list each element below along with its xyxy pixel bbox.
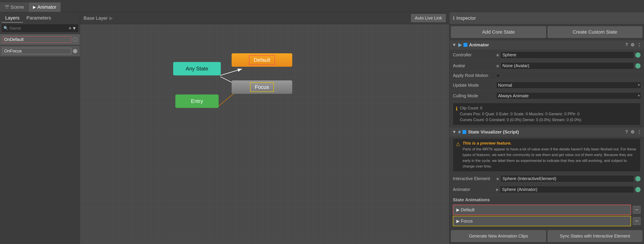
state-arrows xyxy=(80,12,449,244)
auto-live-link-button[interactable]: Auto Live Link xyxy=(411,14,446,22)
animator-row: Animator ▶ xyxy=(450,184,644,195)
interactive-element-dot: ◉ xyxy=(496,177,499,181)
avatar-dot: ◉ xyxy=(496,64,499,68)
add-core-state-button[interactable]: Add Core State xyxy=(451,27,546,38)
state-viz-enabled-checkbox[interactable] xyxy=(462,130,466,134)
focus-expand-arrow: ▶ xyxy=(456,218,460,224)
animator-icon: ▶ xyxy=(33,5,36,10)
interactive-element-field[interactable] xyxy=(500,175,634,182)
culling-mode-select[interactable]: Always Animate xyxy=(496,92,641,99)
node-focus[interactable]: Focus xyxy=(232,80,292,94)
node-default[interactable]: Default xyxy=(232,53,292,67)
update-mode-select[interactable]: Normal xyxy=(496,82,641,89)
layer-weight-ondefault xyxy=(73,38,77,42)
controller-field[interactable] xyxy=(500,51,634,59)
avatar-field[interactable] xyxy=(500,62,634,69)
animator-canvas: Base Layer ▶ Auto Live Link xyxy=(80,12,449,244)
hash-icon: # xyxy=(458,129,461,135)
state-viz-help-icon[interactable]: ? xyxy=(626,129,628,135)
add-layer-button[interactable]: + ▾ xyxy=(68,25,76,31)
inspector-header: ℹ Inspector xyxy=(450,12,644,24)
animator-expand-arrow[interactable]: ▼ xyxy=(452,42,456,48)
state-anim-default-remove[interactable]: − xyxy=(633,206,640,214)
update-mode-row: Update Mode Normal ▼ xyxy=(450,80,644,91)
warning-box: ⚠ This is a preview feature. Parts of th… xyxy=(453,138,640,172)
controller-row: Controller ◉ xyxy=(450,50,644,61)
animator-ref-select-button[interactable] xyxy=(635,187,640,192)
left-panel: Layers Parameters 🔍 + ▾ OnDefault OnFocu… xyxy=(0,12,80,244)
state-anim-default-row: ▶ Default − xyxy=(453,204,640,215)
search-icon: 🔍 xyxy=(4,26,8,31)
animator-enabled-checkbox[interactable] xyxy=(464,43,467,47)
controller-dot: ◉ xyxy=(496,53,499,57)
inspector-panel: ℹ Inspector Add Core State Create Custom… xyxy=(449,12,644,244)
state-viz-settings-icon[interactable]: ⚙ xyxy=(630,129,634,135)
avatar-select-button[interactable] xyxy=(635,63,640,69)
state-anim-default-button[interactable]: ▶ Default xyxy=(453,204,631,215)
tab-animator[interactable]: ▶ Animator xyxy=(28,3,60,12)
state-viz-expand[interactable]: ▼ xyxy=(452,129,456,135)
animator-header: Base Layer ▶ Auto Live Link xyxy=(80,12,449,24)
interactive-element-select-button[interactable] xyxy=(635,176,640,181)
node-any-state[interactable]: Any State xyxy=(173,62,221,75)
state-visualizer-section: ▼ # State Visualizer (Script) ? ⚙ ⋮ ⚠ Th… xyxy=(450,127,644,227)
state-anim-focus-remove[interactable]: − xyxy=(633,217,640,225)
warning-icon: ⚠ xyxy=(456,141,460,169)
panel-tabs: Layers Parameters xyxy=(0,12,80,23)
interactive-element-row: Interactive Element ◉ xyxy=(450,173,644,184)
scene-icon: 🎬 xyxy=(4,5,9,10)
breadcrumb: Base Layer ▶ xyxy=(84,15,115,21)
tab-layers[interactable]: Layers xyxy=(2,14,23,23)
tab-parameters[interactable]: Parameters xyxy=(23,14,54,23)
sync-states-button[interactable]: Sync States with Interactive Element xyxy=(548,230,642,242)
apply-root-motion-checkbox[interactable] xyxy=(496,74,500,78)
bottom-btn-row: Generate New Animation Clips Sync States… xyxy=(450,228,644,244)
culling-mode-row: Culling Mode Always Animate ▼ xyxy=(450,91,644,101)
state-anim-focus-row: ▶ Focus − xyxy=(453,216,640,226)
node-entry[interactable]: Entry xyxy=(175,95,219,108)
state-viz-overflow-icon[interactable]: ⋮ xyxy=(637,129,642,135)
avatar-row: Avatar ◉ xyxy=(450,61,644,71)
layer-item-onfocus[interactable]: OnFocus xyxy=(0,46,80,56)
clip-info-box: ℹ Clip Count: 0 Curves Pos: 0 Quat: 0 Eu… xyxy=(453,103,640,125)
animator-ref-field[interactable] xyxy=(500,186,634,193)
state-anim-focus-button[interactable]: ▶ Focus xyxy=(453,216,631,226)
animator-component-section: ▼ ▶ Animator ? ⚙ ⋮ Controller ◉ xyxy=(450,40,644,127)
layer-weight-onfocus xyxy=(73,49,77,53)
create-custom-state-button[interactable]: Create Custom State xyxy=(548,27,642,38)
animator-arrow-icon: ▶ xyxy=(458,42,462,48)
state-visualizer-header: ▼ # State Visualizer (Script) ? ⚙ ⋮ xyxy=(450,127,644,137)
settings-icon[interactable]: ⚙ xyxy=(630,42,634,48)
help-icon[interactable]: ? xyxy=(626,42,628,48)
default-expand-arrow: ▶ xyxy=(456,207,460,212)
animator-ref-dot: ▶ xyxy=(496,187,499,191)
search-input[interactable] xyxy=(10,26,66,31)
tab-scene[interactable]: 🎬 Scene xyxy=(0,3,28,12)
generate-animation-clips-button[interactable]: Generate New Animation Clips xyxy=(451,230,546,242)
svg-line-2 xyxy=(220,69,242,75)
controller-select-button[interactable] xyxy=(635,53,640,58)
clip-info-icon: ℹ xyxy=(456,106,458,123)
overflow-icon[interactable]: ⋮ xyxy=(637,42,642,48)
info-icon: ℹ xyxy=(453,15,454,21)
animator-component-header: ▼ ▶ Animator ? ⚙ ⋮ xyxy=(450,40,644,50)
inspector-btn-row: Add Core State Create Custom State xyxy=(450,24,644,40)
state-animations-label: State Animations xyxy=(450,195,644,204)
search-bar: 🔍 + ▾ xyxy=(2,24,78,32)
layer-item-ondefault[interactable]: OnDefault xyxy=(0,34,80,45)
apply-root-motion-row: Apply Root Motion xyxy=(450,71,644,80)
